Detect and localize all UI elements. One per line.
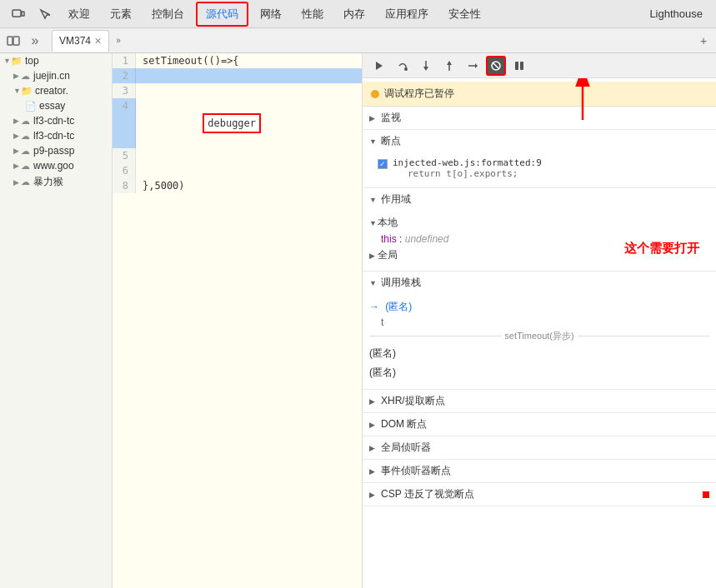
sidebar-label-essay: essay <box>39 100 65 112</box>
svg-marker-7 <box>423 67 428 71</box>
sidebar-item-creator[interactable]: ▼ 📁 creator. <box>0 83 112 98</box>
menu-memory[interactable]: 内存 <box>335 3 373 25</box>
line-content-2 <box>136 68 143 83</box>
event-listeners-section: ▶ 事件侦听器断点 <box>363 460 716 483</box>
cloud-icon-lf3-1: ☁ <box>19 115 31 127</box>
code-line-6: 6 <box>113 163 362 178</box>
right-content[interactable]: 调试程序已暂停 ▶ 监视 ▼ 断点 ✓ i <box>363 78 716 588</box>
watch-section: ▶ 监视 <box>363 107 716 130</box>
watch-header[interactable]: ▶ 监视 <box>363 107 716 129</box>
sidebar-label-lf3-1: lf3-cdn-tc <box>33 115 74 127</box>
resume-button[interactable] <box>369 56 389 76</box>
step-over-button[interactable] <box>393 56 413 76</box>
callstack-item-anon1[interactable]: → (匿名) <box>369 297 709 316</box>
svg-rect-2 <box>8 37 13 45</box>
menu-security[interactable]: 安全性 <box>440 3 489 25</box>
cloud-icon-baolihao: ☁ <box>19 177 31 188</box>
csp-section: ▶ CSP 违反了视觉断点 <box>363 483 716 506</box>
code-scroll-area[interactable]: 1 setTimeout(()=>{ 2 3 4 debugger <box>113 53 362 588</box>
step-into-button[interactable] <box>416 56 436 76</box>
global-scope-header[interactable]: ▶ 全局 <box>369 247 709 264</box>
cloud-icon-p9: ☁ <box>19 145 31 157</box>
debug-status-text: 调试程序已暂停 <box>384 87 454 101</box>
svg-marker-11 <box>475 63 478 68</box>
tab-add-icon[interactable]: + <box>694 32 713 50</box>
tab-vm374[interactable]: VM374 ✕ <box>52 30 109 52</box>
bp-checkbox-1[interactable]: ✓ <box>378 159 388 169</box>
sidebar-item-top[interactable]: ▼ 📁 top <box>0 53 112 68</box>
breakpoints-section: ▼ 断点 ✓ injected-web.js:formatted:9 retur… <box>363 130 716 188</box>
callstack-item-anon3[interactable]: (匿名) <box>369 363 709 382</box>
triangle-icon-www: ▶ <box>13 162 19 170</box>
code-line-5: 5 <box>113 148 362 163</box>
inspect-element-icon[interactable] <box>33 2 57 26</box>
event-listeners-triangle: ▶ <box>369 467 378 476</box>
triangle-icon-lf3-2: ▶ <box>13 132 19 140</box>
sidebar-label-top: top <box>25 55 39 67</box>
sidebar-item-lf3-2[interactable]: ▶ ☁ lf3-cdn-tc <box>0 128 112 143</box>
callstack-item-t[interactable]: t <box>369 316 709 328</box>
step-button[interactable] <box>463 56 483 76</box>
sidebar-item-p9[interactable]: ▶ ☁ p9-passp <box>0 143 112 158</box>
sidebar-item-www[interactable]: ▶ ☁ www.goo <box>0 158 112 173</box>
breakpoints-header[interactable]: ▼ 断点 <box>363 130 716 152</box>
sidebar-item-juejin[interactable]: ▶ ☁ juejin.cn <box>0 68 112 83</box>
sidebar-item-essay[interactable]: 📄 essay <box>0 98 112 113</box>
main-area: ▼ 📁 top ▶ ☁ juejin.cn ▼ 📁 creator. 📄 ess… <box>0 53 716 588</box>
svg-marker-9 <box>447 61 452 65</box>
scope-header[interactable]: ▼ 作用域 <box>363 188 716 211</box>
tab-close-icon[interactable]: ✕ <box>94 36 102 47</box>
cloud-icon-juejin: ☁ <box>19 70 31 82</box>
line-num-8: 8 <box>113 178 136 193</box>
menu-elements[interactable]: 元素 <box>102 3 140 25</box>
csp-triangle: ▶ <box>369 491 378 499</box>
sidebar-item-lf3-1[interactable]: ▶ ☁ lf3-cdn-tc <box>0 113 112 128</box>
xhr-label: XHR/提取断点 <box>381 394 445 408</box>
menu-console[interactable]: 控制台 <box>143 3 193 25</box>
svg-rect-1 <box>22 12 24 16</box>
triangle-icon-p9: ▶ <box>13 147 19 155</box>
pause-exceptions-button[interactable] <box>509 56 529 76</box>
bp-subtext-1: return t[o].exports; <box>393 168 542 179</box>
debug-status-bar: 调试程序已暂停 <box>363 82 716 107</box>
code-panel: 1 setTimeout(()=>{ 2 3 4 debugger <box>113 53 363 588</box>
xhr-header[interactable]: ▶ XHR/提取断点 <box>363 390 716 412</box>
line-num-2: 2 <box>113 68 136 83</box>
menu-performance[interactable]: 性能 <box>293 3 332 25</box>
menu-network[interactable]: 网络 <box>252 3 290 25</box>
csp-header[interactable]: ▶ CSP 违反了视觉断点 <box>363 483 716 506</box>
folder-open-icon: 📁 <box>11 55 23 67</box>
code-line-3: 3 <box>113 83 362 98</box>
callstack-triangle: ▼ <box>369 279 378 287</box>
tab-more-icon[interactable]: » <box>109 32 128 50</box>
local-scope-header[interactable]: ▼ 本地 <box>369 214 709 232</box>
sidebar-item-baolihao[interactable]: ▶ ☁ 暴力猴 <box>0 173 112 191</box>
scope-colon: : <box>399 233 405 245</box>
line-num-5: 5 <box>113 148 136 163</box>
step-out-button[interactable] <box>439 56 459 76</box>
line-content-8: },5000) <box>136 178 185 193</box>
menu-application[interactable]: 应用程序 <box>377 3 437 25</box>
cloud-icon-www: ☁ <box>19 160 31 172</box>
callstack-item-anon2[interactable]: (匿名) <box>369 344 709 363</box>
global-listeners-header[interactable]: ▶ 全局侦听器 <box>363 436 716 459</box>
callstack-sep-label: setTimeout(异步) <box>504 330 573 342</box>
sidebar-toggle-icon[interactable] <box>3 31 23 51</box>
device-toolbar-icon[interactable] <box>7 2 30 26</box>
deactivate-breakpoints-button[interactable] <box>486 56 506 76</box>
global-triangle: ▶ <box>369 252 378 260</box>
line-content-4: debugger <box>136 98 261 148</box>
callstack-header[interactable]: ▼ 调用堆栈 <box>363 272 716 294</box>
csp-dot-indicator <box>703 491 709 498</box>
local-triangle: ▼ <box>369 219 378 227</box>
dom-header[interactable]: ▶ DOM 断点 <box>363 413 716 436</box>
global-label: 全局 <box>378 248 398 262</box>
menu-welcome[interactable]: 欢迎 <box>60 3 98 25</box>
menu-sources[interactable]: 源代码 <box>196 2 248 27</box>
scope-value-this: undefined <box>405 233 449 245</box>
sidebar-label-juejin: juejin.cn <box>33 70 70 82</box>
event-listeners-header[interactable]: ▶ 事件侦听器断点 <box>363 460 716 482</box>
bp-text-1: injected-web.js:formatted:9 <box>393 157 542 168</box>
more-tabs-icon[interactable]: » <box>25 31 45 51</box>
triangle-icon-lf3-1: ▶ <box>13 117 19 125</box>
